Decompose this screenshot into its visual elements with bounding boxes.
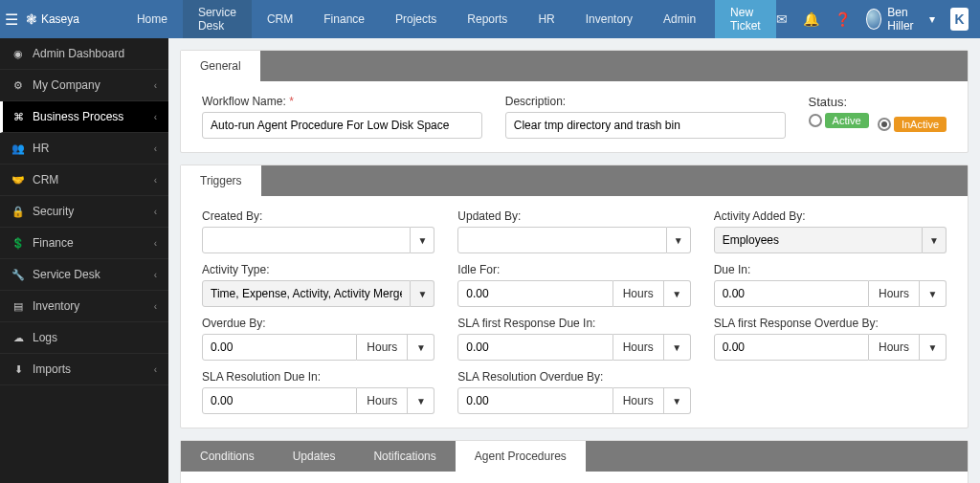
idle-for-input[interactable]: Hours ▼ — [457, 280, 690, 307]
help-icon[interactable]: ❓ — [835, 11, 851, 27]
mail-icon[interactable]: ✉ — [776, 11, 788, 27]
chevron-left-icon: ‹ — [154, 301, 157, 312]
sidebar-item-admin-dashboard[interactable]: ◉Admin Dashboard — [0, 38, 168, 70]
chevron-left-icon: ‹ — [154, 80, 157, 91]
dashboard-icon: ◉ — [11, 48, 25, 60]
caret-down-icon: ▼ — [411, 280, 434, 307]
sla-first-due-input[interactable]: Hours ▼ — [457, 334, 690, 361]
chevron-left-icon: ‹ — [154, 270, 157, 280]
tab-general[interactable]: General — [181, 51, 260, 81]
status-inactive-option[interactable]: InActive — [878, 117, 947, 132]
activity-type-label: Activity Type: — [202, 263, 434, 276]
brand-name: Kaseya — [41, 12, 79, 26]
radio-icon — [809, 114, 822, 127]
caret-down-icon[interactable]: ▼ — [664, 334, 691, 361]
sla-res-due-input[interactable]: Hours ▼ — [202, 387, 434, 414]
workflow-name-input[interactable] — [202, 112, 482, 139]
main-content: General Workflow Name: * Description: St… — [168, 38, 980, 483]
menu-toggle-icon[interactable]: ☰ — [0, 11, 24, 29]
chevron-left-icon: ‹ — [154, 143, 157, 154]
nav-admin[interactable]: Admin — [648, 0, 711, 38]
chevron-left-icon: ‹ — [154, 175, 157, 186]
sla-res-due-label: SLA Resolution Due In: — [202, 370, 434, 384]
sidebar-item-hr[interactable]: 👥HR ‹ — [0, 133, 168, 165]
avatar — [866, 9, 882, 30]
caret-down-icon[interactable]: ▼ — [408, 334, 434, 361]
brand: ❃ Kaseya — [24, 11, 87, 27]
activity-added-by-select[interactable]: ▼ — [714, 227, 947, 253]
nav-finance[interactable]: Finance — [308, 0, 380, 38]
caret-down-icon[interactable]: ▼ — [920, 280, 947, 307]
subtab-updates[interactable]: Updates — [274, 441, 355, 472]
user-name: Ben Hiller — [887, 6, 924, 33]
created-by-select[interactable]: ▼ — [202, 227, 434, 253]
subtab-notifications[interactable]: Notifications — [354, 441, 455, 472]
caret-down-icon[interactable]: ▼ — [664, 387, 691, 414]
description-input[interactable] — [505, 112, 786, 139]
caret-down-icon[interactable]: ▼ — [664, 280, 691, 307]
app-badge-icon[interactable]: K — [950, 8, 969, 31]
nav-hr[interactable]: HR — [523, 0, 569, 38]
sidebar-item-security[interactable]: 🔒Security ‹ — [0, 196, 168, 228]
top-nav: Home Service Desk CRM Finance Projects R… — [122, 0, 776, 38]
created-by-label: Created By: — [202, 209, 434, 223]
caret-down-icon[interactable]: ▼ — [408, 387, 434, 414]
sidebar-item-logs[interactable]: ☁Logs — [0, 322, 168, 354]
workflow-name-label: Workflow Name: * — [202, 95, 482, 108]
sidebar-item-inventory[interactable]: ▤Inventory ‹ — [0, 291, 168, 322]
tab-triggers[interactable]: Triggers — [181, 165, 261, 196]
sla-res-overdue-input[interactable]: Hours ▼ — [457, 387, 690, 414]
activity-type-select[interactable]: ▼ — [202, 280, 434, 307]
due-in-input[interactable]: Hours ▼ — [714, 280, 947, 307]
user-menu[interactable]: Ben Hiller ▾ — [866, 6, 935, 33]
nav-crm[interactable]: CRM — [252, 0, 308, 38]
lock-icon: 🔒 — [11, 206, 25, 218]
subtab-agent-procedures[interactable]: Agent Procedures — [456, 441, 586, 472]
nav-reports[interactable]: Reports — [452, 0, 523, 38]
updated-by-select[interactable]: ▼ — [457, 227, 690, 253]
caret-down-icon: ▼ — [923, 227, 947, 253]
sidebar-item-crm[interactable]: 🤝CRM ‹ — [0, 165, 168, 196]
sla-first-due-label: SLA first Response Due In: — [457, 317, 690, 330]
due-in-label: Due In: — [714, 263, 947, 276]
overdue-by-label: Overdue By: — [202, 317, 434, 330]
triggers-section: Triggers Created By: ▼ Updated By: — [180, 165, 969, 428]
download-icon: ⬇ — [11, 363, 25, 376]
sla-first-overdue-input[interactable]: Hours ▼ — [714, 334, 947, 361]
nav-service-desk[interactable]: Service Desk — [183, 0, 252, 38]
brand-logo-icon: ❃ — [26, 11, 37, 27]
description-label: Description: — [505, 95, 786, 108]
sidebar-item-imports[interactable]: ⬇Imports ‹ — [0, 354, 168, 385]
chevron-left-icon: ‹ — [154, 207, 157, 217]
handshake-icon: 🤝 — [11, 174, 25, 187]
sidebar: ◉Admin Dashboard ⚙My Company ‹ ⌘Business… — [0, 38, 168, 483]
caret-down-icon[interactable]: ▼ — [920, 334, 947, 361]
list-icon: ▤ — [11, 300, 25, 313]
sidebar-item-service-desk[interactable]: 🔧Service Desk ‹ — [0, 259, 168, 291]
bell-icon[interactable]: 🔔 — [803, 11, 819, 27]
activity-added-by-label: Activity Added By: — [714, 209, 947, 223]
sitemap-icon: ⌘ — [11, 111, 25, 123]
sidebar-item-my-company[interactable]: ⚙My Company ‹ — [0, 70, 168, 101]
overdue-by-input[interactable]: Hours ▼ — [202, 334, 434, 361]
general-section: General Workflow Name: * Description: St… — [180, 50, 969, 153]
chevron-left-icon: ‹ — [154, 364, 157, 375]
users-icon: 👥 — [11, 143, 25, 155]
nav-inventory[interactable]: Inventory — [570, 0, 648, 38]
subtab-conditions[interactable]: Conditions — [181, 441, 274, 472]
sla-res-overdue-label: SLA Resolution Overdue By: — [457, 370, 690, 384]
sidebar-item-finance[interactable]: 💲Finance ‹ — [0, 228, 168, 259]
wrench-icon: 🔧 — [11, 269, 25, 281]
new-ticket-button[interactable]: New Ticket — [715, 0, 776, 38]
chevron-left-icon: ‹ — [154, 112, 157, 122]
gear-icon: ⚙ — [11, 79, 25, 92]
sidebar-item-business-process[interactable]: ⌘Business Process ‹ — [0, 101, 168, 133]
cloud-icon: ☁ — [11, 332, 25, 344]
idle-for-label: Idle For: — [457, 263, 690, 276]
nav-home[interactable]: Home — [122, 0, 183, 38]
status-label: Status: — [809, 95, 947, 109]
status-active-option[interactable]: Active — [809, 113, 869, 128]
nav-projects[interactable]: Projects — [380, 0, 452, 38]
sla-first-overdue-label: SLA first Response Overdue By: — [714, 317, 947, 330]
caret-down-icon: ▼ — [411, 227, 434, 253]
